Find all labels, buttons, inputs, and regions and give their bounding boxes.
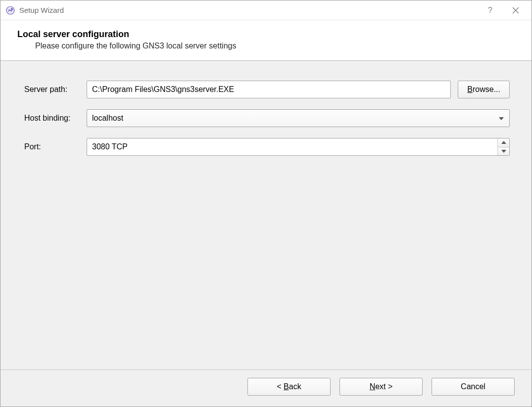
server-path-row: Server path: Browse... [24, 81, 510, 98]
app-icon [5, 5, 15, 15]
window-title: Setup Wizard [19, 6, 484, 14]
spinner-buttons [497, 138, 509, 155]
browse-button[interactable]: Browse... [458, 81, 510, 98]
host-binding-value: localhost [92, 114, 123, 123]
back-button[interactable]: < Back [247, 378, 331, 396]
svg-marker-6 [501, 141, 506, 144]
host-binding-label: Host binding: [24, 114, 87, 123]
page-title: Local server configuration [17, 29, 518, 40]
titlebar: Setup Wizard ? [0, 0, 532, 20]
cancel-button[interactable]: Cancel [432, 378, 515, 396]
port-spinner [87, 138, 510, 156]
svg-marker-5 [499, 117, 504, 120]
page-subtitle: Please configure the following GNS3 loca… [35, 42, 518, 50]
wizard-header: Local server configuration Please config… [0, 20, 532, 61]
svg-marker-7 [501, 150, 506, 153]
titlebar-controls: ? [484, 4, 528, 16]
wizard-footer: < Back Next > Cancel [0, 369, 532, 407]
port-label: Port: [24, 142, 87, 151]
setup-wizard-window: Setup Wizard ? Local server configuratio… [0, 0, 532, 407]
svg-point-1 [11, 8, 13, 10]
port-increment-button[interactable] [498, 138, 509, 147]
help-button[interactable]: ? [484, 4, 496, 16]
server-path-input[interactable] [87, 81, 451, 98]
server-path-label: Server path: [24, 85, 87, 94]
host-binding-select[interactable]: localhost [87, 109, 510, 127]
svg-text:?: ? [488, 6, 492, 14]
host-binding-row: Host binding: localhost [24, 109, 510, 127]
port-row: Port: [24, 138, 510, 156]
port-input[interactable] [87, 138, 497, 155]
chevron-down-icon [498, 114, 504, 123]
next-button[interactable]: Next > [339, 378, 423, 396]
wizard-content: Server path: Browse... Host binding: loc… [0, 61, 532, 369]
port-decrement-button[interactable] [498, 147, 509, 156]
close-button[interactable] [510, 4, 522, 16]
